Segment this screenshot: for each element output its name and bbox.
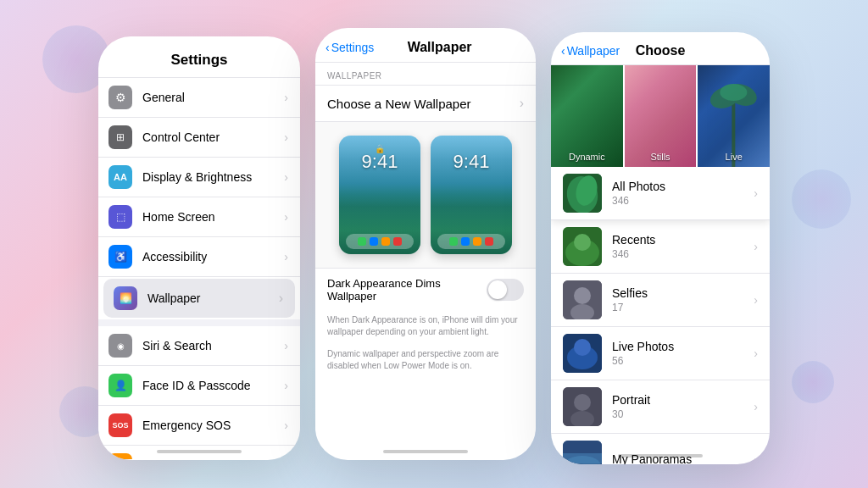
wallpaper-desc-2: Dynamic wallpaper and perspective zoom a… xyxy=(315,345,536,379)
photos-item-portrait[interactable]: Portrait 30 › xyxy=(551,380,770,434)
sos-label: Emergency SOS xyxy=(142,419,284,432)
bg-blob-3 xyxy=(792,169,851,229)
siri-icon: ◉ xyxy=(108,334,132,358)
exposure-label: Exposure Notifications xyxy=(142,458,284,459)
toggle-dot xyxy=(488,280,507,299)
home-dock-icon-2 xyxy=(461,237,470,246)
panoramas-chevron: › xyxy=(754,453,758,464)
selfies-name: Selfies xyxy=(612,286,754,300)
recents-chevron: › xyxy=(754,240,758,253)
wallpaper-header: ‹ Settings Wallpaper xyxy=(315,28,536,63)
photos-item-live[interactable]: Live Photos 56 › xyxy=(551,327,770,380)
choose-back-chevron: ‹ xyxy=(561,44,565,58)
wallpaper-desc-1: When Dark Appearance is on, iPhone will … xyxy=(315,311,536,345)
photos-item-recents[interactable]: Recents 346 › xyxy=(551,220,770,274)
live-photos-thumb xyxy=(563,334,602,373)
choose-wallpaper-label: Choose a New Wallpaper xyxy=(327,97,520,111)
all-photos-count: 346 xyxy=(612,195,754,207)
settings-list: ⚙ General › ⊞ Control Center › AA Displa… xyxy=(98,78,300,459)
bg-blob-4 xyxy=(792,361,834,403)
recents-info: Recents 346 xyxy=(612,233,754,260)
gallery-dynamic[interactable]: Dynamic xyxy=(551,65,623,167)
live-label: Live xyxy=(698,152,770,162)
recents-count: 346 xyxy=(612,248,754,260)
live-photos-chevron: › xyxy=(754,347,758,360)
display-label: Display & Brightness xyxy=(142,170,284,184)
portrait-info: Portrait 30 xyxy=(612,393,754,420)
accessibility-label: Accessibility xyxy=(142,250,284,263)
wallpaper-back-button[interactable]: ‹ Settings xyxy=(326,41,374,54)
home-indicator xyxy=(157,450,242,453)
general-icon: ⚙ xyxy=(108,86,132,109)
portrait-chevron: › xyxy=(754,400,758,413)
settings-item-home-screen[interactable]: ⬚ Home Screen › xyxy=(98,197,300,237)
sos-icon: SOS xyxy=(108,413,132,437)
settings-item-sos[interactable]: SOS Emergency SOS › xyxy=(98,406,300,446)
lock-screen-preview[interactable]: 🔒 9:41 xyxy=(339,136,420,254)
choose-back-button[interactable]: ‹ Wallpaper xyxy=(561,44,620,58)
wallpaper-screen-title: Wallpaper xyxy=(408,40,472,55)
svg-point-3 xyxy=(721,84,748,101)
home-dock-icon-4 xyxy=(485,237,493,246)
dark-appearance-row: Dark Appearance Dims Wallpaper xyxy=(315,268,536,311)
display-icon: AA xyxy=(108,165,132,189)
group-divider-1 xyxy=(98,319,300,326)
faceid-icon: 👤 xyxy=(108,374,132,397)
home-indicator-center xyxy=(383,450,468,453)
recents-name: Recents xyxy=(612,233,754,247)
photos-item-panoramas[interactable]: My Panoramas › xyxy=(551,434,770,464)
settings-item-accessibility[interactable]: ♿ Accessibility › xyxy=(98,237,300,277)
photos-list: All Photos 346 › Recents 346 › xyxy=(551,167,770,464)
general-label: General xyxy=(142,91,284,104)
live-photos-count: 56 xyxy=(612,355,754,367)
home-screen-preview[interactable]: 9:41 xyxy=(431,136,512,254)
choose-header: ‹ Wallpaper Choose xyxy=(551,32,770,65)
accessibility-icon: ♿ xyxy=(108,245,132,269)
back-label: Settings xyxy=(331,41,375,54)
settings-item-siri[interactable]: ◉ Siri & Search › xyxy=(98,326,300,366)
home-screen-label: Home Screen xyxy=(142,210,284,224)
wallpaper-icon: 🌅 xyxy=(114,286,137,310)
phone-settings: Settings ⚙ General › ⊞ Control Center › … xyxy=(98,36,300,460)
settings-item-faceid[interactable]: 👤 Face ID & Passcode › xyxy=(98,366,300,406)
control-center-icon: ⊞ xyxy=(108,125,132,149)
home-indicator-right xyxy=(618,454,703,458)
wallpaper-gallery-row: Dynamic Stills Live xyxy=(551,65,770,167)
svg-rect-21 xyxy=(563,453,602,463)
svg-point-17 xyxy=(574,394,591,411)
home-screen-dock xyxy=(437,234,505,249)
selfies-count: 17 xyxy=(612,302,754,313)
dock-icon-3 xyxy=(381,237,390,246)
portrait-name: Portrait xyxy=(612,393,754,407)
faceid-label: Face ID & Passcode xyxy=(142,379,284,392)
home-dock-icon-3 xyxy=(473,237,481,246)
dark-appearance-toggle[interactable] xyxy=(487,279,524,301)
portrait-thumb xyxy=(563,387,602,426)
all-photos-thumb xyxy=(563,174,602,213)
settings-item-display[interactable]: AA Display & Brightness › xyxy=(98,158,300,197)
selfies-thumb xyxy=(563,280,602,319)
svg-point-15 xyxy=(574,339,591,356)
choose-wallpaper-row[interactable]: Choose a New Wallpaper › xyxy=(315,85,536,122)
settings-title: Settings xyxy=(98,36,300,78)
back-chevron-icon: ‹ xyxy=(326,41,330,54)
all-photos-info: All Photos 346 xyxy=(612,180,754,207)
siri-label: Siri & Search xyxy=(142,339,284,352)
dock-icon-4 xyxy=(393,237,402,246)
exposure-icon: ◎ xyxy=(108,453,132,459)
lock-screen-dock xyxy=(346,234,414,249)
home-screen-time: 9:41 xyxy=(431,151,512,173)
phone-choose: ‹ Wallpaper Choose Dynamic Stills xyxy=(551,32,770,464)
gallery-live[interactable]: Live xyxy=(698,65,770,167)
choose-screen-title: Choose xyxy=(636,43,686,58)
settings-item-wallpaper[interactable]: 🌅 Wallpaper › xyxy=(103,279,295,318)
settings-item-general[interactable]: ⚙ General › xyxy=(98,78,300,118)
settings-item-control-center[interactable]: ⊞ Control Center › xyxy=(98,118,300,158)
gallery-stills[interactable]: Stills xyxy=(625,65,697,167)
all-photos-name: All Photos xyxy=(612,180,754,193)
photos-item-all[interactable]: All Photos 346 › xyxy=(551,167,770,220)
portrait-count: 30 xyxy=(612,408,754,420)
dock-icon-2 xyxy=(370,237,378,246)
photos-item-selfies[interactable]: Selfies 17 › xyxy=(551,274,770,327)
recents-thumb xyxy=(563,227,602,266)
